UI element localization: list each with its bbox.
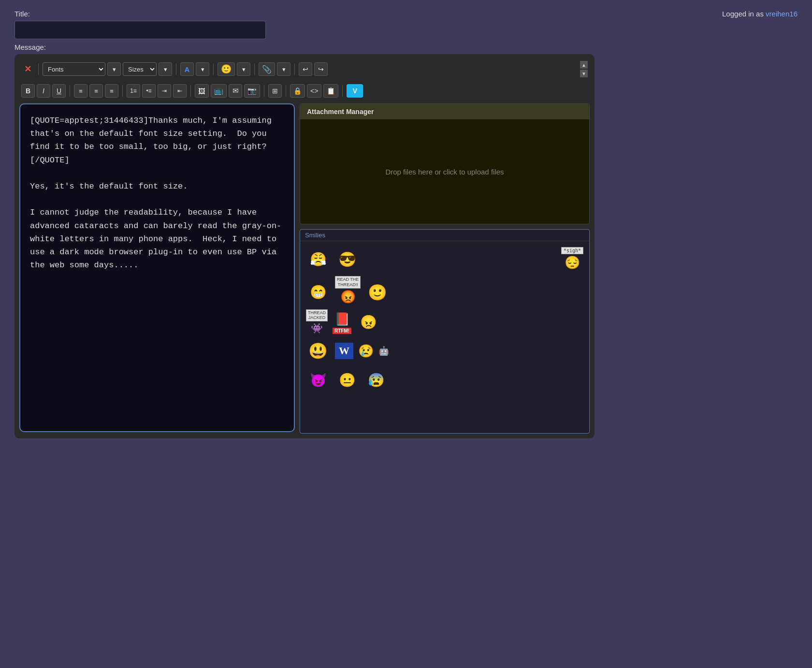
code-button[interactable]: <> — [307, 84, 321, 98]
scroll-up-btn[interactable]: ▲ — [580, 61, 588, 69]
separator10 — [286, 85, 286, 97]
scroll-down-btn[interactable]: ▼ — [580, 70, 588, 77]
smiley-thread-jacked[interactable]: THREADJACKED 👾 — [306, 309, 328, 334]
login-info: Logged in as vreihen16 — [722, 10, 798, 18]
title-label: Title: — [14, 10, 266, 18]
font-dropdown[interactable]: Fonts Arial Times New Roman Courier New … — [43, 62, 105, 76]
smiley-sad[interactable]: 😢 — [358, 344, 374, 359]
smiley-angry[interactable]: 😤 — [306, 247, 330, 271]
smiley-happy[interactable]: 😃 — [306, 339, 330, 363]
attachment-arrow[interactable]: ▾ — [277, 62, 290, 76]
align-center-button[interactable]: ≡ — [89, 84, 103, 98]
undo-button[interactable]: ↩ — [299, 62, 312, 76]
align-left-button[interactable]: ≡ — [74, 84, 87, 98]
vimeo-button[interactable]: V — [347, 84, 363, 98]
size-dropdown[interactable]: Sizes 8 10 12 14 16 18 24 — [123, 62, 157, 76]
separator6 — [70, 85, 70, 97]
email-button[interactable]: ✉ — [229, 84, 242, 98]
smiley-smile[interactable]: 🙂 — [365, 280, 390, 305]
smiley-read-thread[interactable]: READ THETHREAD!! 😡 — [335, 276, 361, 305]
image-button[interactable]: 🖼 — [195, 84, 209, 98]
attachment-manager: Attachment Manager Drop files here or cl… — [300, 103, 590, 224]
underline-button[interactable]: U — [52, 84, 66, 98]
editor-body: [QUOTE=apptest;31446433]Thanks much, I'm… — [19, 103, 590, 434]
smiley-arrow[interactable]: ▾ — [237, 62, 250, 76]
redo-button[interactable]: ↪ — [314, 62, 328, 76]
indent-button[interactable]: ⇥ — [158, 84, 171, 98]
attachment-button[interactable]: 📎 — [259, 62, 275, 76]
smilies-header: Smilies — [300, 230, 589, 241]
italic-button[interactable]: I — [37, 84, 50, 98]
separator11 — [342, 85, 343, 97]
smilies-grid: 😤 😎 *sigh* 😔 😁 READ THETHREAD!! — [300, 241, 589, 398]
smilies-row3: THREADJACKED 👾 📕 RTFM! 😠 — [306, 309, 583, 334]
align-right-button[interactable]: ≡ — [105, 84, 118, 98]
attachment-drop-area[interactable]: Drop files here or click to upload files — [300, 119, 589, 224]
separator1 — [38, 63, 39, 75]
toolbar-row2: B I U ≡ ≡ ≡ 1≡ •≡ ⇥ ⇤ 🖼 📺 ✉ 📷 ⊞ 🔒 <> 📋 — [19, 82, 590, 100]
attachment-header: Attachment Manager — [300, 104, 589, 119]
ul-button[interactable]: •≡ — [142, 84, 156, 98]
separator3 — [213, 63, 214, 75]
smiley-nervous[interactable]: 😰 — [364, 368, 388, 392]
smiley-grin[interactable]: 😁 — [306, 280, 330, 305]
size-dropdown-arrow[interactable]: ▾ — [159, 62, 172, 76]
snippet-button[interactable]: 📋 — [323, 84, 338, 98]
smilies-row4: 😃 W 😢 🤖 — [306, 339, 583, 363]
smilies-section: Smilies 😤 😎 *sigh* 😔 😁 — [300, 229, 590, 434]
font-color-arrow[interactable]: ▾ — [196, 62, 209, 76]
separator4 — [254, 63, 255, 75]
title-input[interactable] — [14, 21, 266, 39]
separator5 — [294, 63, 295, 75]
smiley-rtfm[interactable]: 📕 RTFM! — [333, 312, 351, 334]
right-panel: Attachment Manager Drop files here or cl… — [300, 103, 590, 434]
close-button[interactable]: ✕ — [21, 63, 34, 75]
font-color-button[interactable]: A — [180, 62, 194, 76]
smiley-w[interactable]: W — [335, 343, 353, 359]
font-dropdown-arrow[interactable]: ▾ — [107, 62, 121, 76]
bold-button[interactable]: B — [21, 84, 35, 98]
smilies-row2: 😁 READ THETHREAD!! 😡 🙂 — [306, 276, 583, 305]
separator7 — [122, 85, 123, 97]
login-prefix: Logged in as — [722, 10, 766, 18]
scroll-arrows: ▲ ▼ — [580, 61, 588, 77]
table-button[interactable]: ⊞ — [268, 84, 282, 98]
smiley-cool[interactable]: 😎 — [335, 247, 359, 271]
smiley-angry2[interactable]: 😠 — [356, 310, 380, 334]
textarea-wrapper: [QUOTE=apptest;31446433]Thanks much, I'm… — [19, 103, 295, 434]
login-username[interactable]: vreihen16 — [766, 10, 798, 18]
smiley-button[interactable]: 🙂 — [218, 62, 235, 76]
smiley-neutral[interactable]: 😐 — [335, 368, 359, 392]
separator8 — [190, 85, 191, 97]
lock-button[interactable]: 🔒 — [290, 84, 305, 98]
photo-button[interactable]: 📷 — [244, 84, 260, 98]
smiley-sigh[interactable]: *sigh* 😔 — [561, 247, 583, 271]
smiley-devil[interactable]: 😈 — [306, 368, 330, 392]
ol-button[interactable]: 1≡ — [127, 84, 140, 98]
outdent-button[interactable]: ⇤ — [173, 84, 187, 98]
message-textarea[interactable]: [QUOTE=apptest;31446433]Thanks much, I'm… — [19, 103, 295, 432]
smilies-row5: 😈 😐 😰 — [306, 368, 583, 392]
message-label: Message: — [14, 43, 798, 51]
editor-container: ✕ Fonts Arial Times New Roman Courier Ne… — [14, 54, 594, 438]
toolbar-row1: ✕ Fonts Arial Times New Roman Courier Ne… — [19, 59, 590, 79]
smiley-misc[interactable]: 🤖 — [378, 346, 389, 356]
separator2 — [176, 63, 176, 75]
media-button[interactable]: 📺 — [211, 84, 227, 98]
separator9 — [264, 85, 264, 97]
